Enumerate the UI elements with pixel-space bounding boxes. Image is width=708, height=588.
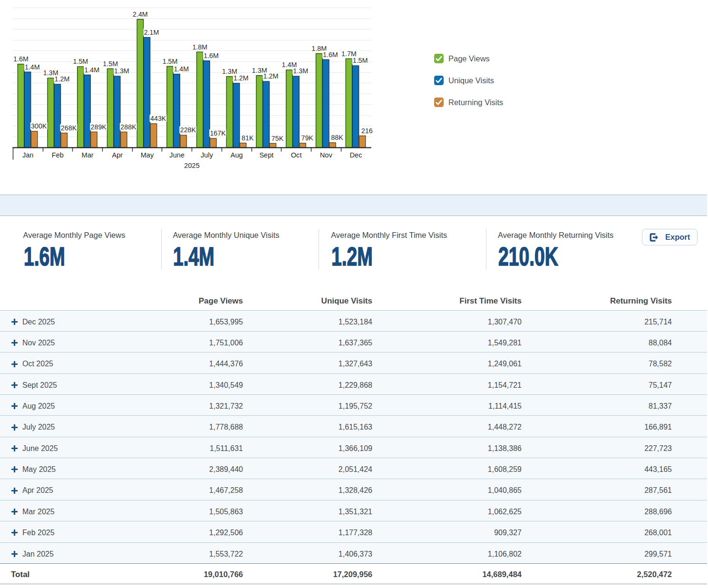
svg-text:1.5M: 1.5M bbox=[353, 57, 368, 64]
svg-text:1.4M: 1.4M bbox=[84, 66, 99, 74]
svg-text:Mar: Mar bbox=[82, 151, 94, 159]
svg-text:1.5M: 1.5M bbox=[103, 60, 118, 68]
svg-text:228K: 228K bbox=[180, 126, 196, 134]
svg-text:1.7M: 1.7M bbox=[341, 50, 357, 58]
svg-text:Nov: Nov bbox=[320, 151, 333, 159]
svg-text:443K: 443K bbox=[150, 115, 166, 122]
svg-text:Apr: Apr bbox=[112, 151, 123, 159]
svg-text:288K: 288K bbox=[120, 123, 136, 131]
svg-text:July: July bbox=[201, 151, 213, 159]
svg-text:Sept: Sept bbox=[259, 151, 273, 159]
svg-text:Aug: Aug bbox=[231, 151, 243, 159]
svg-text:1.8M: 1.8M bbox=[192, 43, 207, 51]
svg-text:1.6M: 1.6M bbox=[204, 52, 219, 59]
svg-text:88K: 88K bbox=[331, 134, 343, 141]
svg-text:2.1M: 2.1M bbox=[144, 29, 159, 36]
svg-text:Dec: Dec bbox=[350, 151, 362, 159]
svg-text:1.6M: 1.6M bbox=[13, 55, 29, 63]
svg-text:Oct: Oct bbox=[291, 151, 302, 159]
svg-text:Jan: Jan bbox=[22, 151, 34, 159]
svg-text:75K: 75K bbox=[272, 135, 284, 142]
svg-text:1.5M: 1.5M bbox=[163, 58, 178, 65]
svg-text:1.3M: 1.3M bbox=[114, 67, 129, 75]
svg-text:81K: 81K bbox=[242, 134, 254, 142]
svg-text:1.2M: 1.2M bbox=[263, 72, 279, 80]
svg-text:June: June bbox=[169, 151, 184, 159]
svg-text:1.3M: 1.3M bbox=[293, 67, 308, 75]
svg-text:79K: 79K bbox=[301, 134, 313, 142]
svg-text:1.5M: 1.5M bbox=[73, 58, 88, 65]
svg-text:1.4M: 1.4M bbox=[25, 63, 40, 71]
svg-text:300K: 300K bbox=[31, 122, 47, 130]
svg-text:268K: 268K bbox=[61, 124, 77, 132]
svg-text:1.4M: 1.4M bbox=[174, 65, 189, 73]
svg-text:1.2M: 1.2M bbox=[55, 75, 70, 83]
svg-text:1.6M: 1.6M bbox=[323, 51, 338, 59]
svg-text:167K: 167K bbox=[210, 129, 226, 137]
svg-text:1.2M: 1.2M bbox=[233, 74, 249, 82]
svg-text:May: May bbox=[141, 151, 154, 159]
svg-text:2.4M: 2.4M bbox=[133, 10, 148, 18]
svg-text:216: 216 bbox=[361, 127, 373, 135]
svg-text:Feb: Feb bbox=[52, 151, 64, 159]
svg-text:2025: 2025 bbox=[184, 162, 199, 169]
svg-text:289K: 289K bbox=[91, 123, 107, 131]
